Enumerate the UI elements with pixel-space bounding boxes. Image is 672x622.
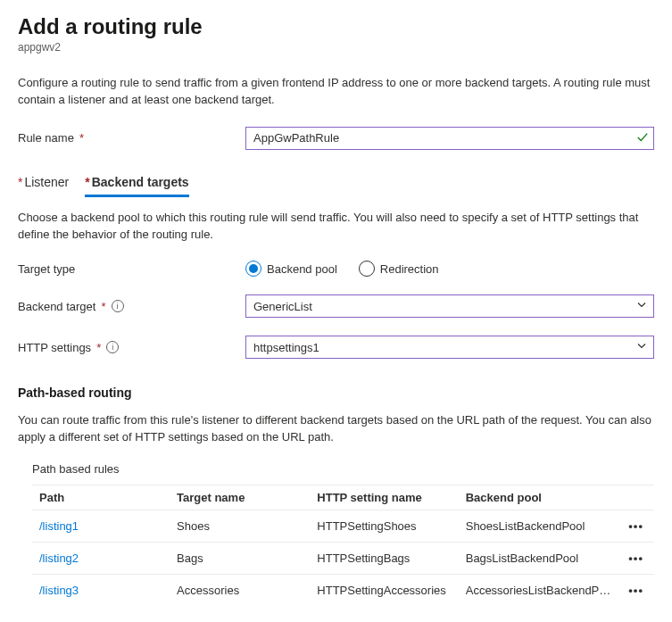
rule-name-label: Rule name* — [18, 131, 245, 145]
more-actions-button[interactable]: ••• — [618, 510, 654, 543]
page-title: Add a routing rule — [18, 14, 654, 39]
table-row: /listing1 Shoes HTTPSettingShoes ShoesLi… — [32, 510, 654, 543]
table-row: /listing2 Bags HTTPSettingBags BagsListB… — [32, 543, 654, 575]
table-row: /listing3 Accessories HTTPSettingAccesso… — [32, 575, 654, 607]
more-actions-button[interactable]: ••• — [618, 575, 654, 607]
info-icon[interactable]: i — [106, 341, 119, 353]
tab-listener[interactable]: *Listener — [18, 175, 69, 197]
col-path: Path — [32, 485, 170, 510]
col-target: Target name — [170, 485, 310, 510]
col-pool: Backend pool — [459, 485, 618, 510]
radio-backend-pool[interactable]: Backend pool — [245, 261, 337, 277]
path-link[interactable]: /listing1 — [32, 510, 170, 543]
path-link[interactable]: /listing2 — [32, 543, 170, 575]
resource-subtitle: appgwv2 — [18, 41, 654, 54]
path-rules-title: Path based rules — [32, 462, 654, 476]
radio-redirection[interactable]: Redirection — [359, 261, 439, 277]
path-link[interactable]: /listing3 — [32, 575, 170, 607]
path-rules-table: Path Target name HTTP setting name Backe… — [32, 485, 654, 606]
target-type-label: Target type — [18, 262, 245, 276]
tab-backend-targets[interactable]: *Backend targets — [85, 175, 188, 197]
path-routing-desc: You can route traffic from this rule's l… — [18, 412, 654, 446]
backend-target-label: Backend target* i — [18, 300, 245, 313]
col-http: HTTP setting name — [310, 485, 458, 510]
http-settings-select[interactable]: httpsettings1 — [245, 336, 654, 359]
backend-desc: Choose a backend pool to which this rout… — [18, 210, 654, 244]
path-routing-heading: Path-based routing — [18, 386, 654, 400]
info-icon[interactable]: i — [112, 300, 124, 312]
check-icon — [636, 130, 649, 145]
backend-target-select[interactable]: GenericList — [245, 294, 654, 318]
intro-text: Configure a routing rule to send traffic… — [18, 75, 654, 109]
rule-name-input[interactable] — [245, 127, 654, 150]
http-settings-label: HTTP settings* i — [18, 341, 245, 354]
more-actions-button[interactable]: ••• — [618, 543, 654, 575]
